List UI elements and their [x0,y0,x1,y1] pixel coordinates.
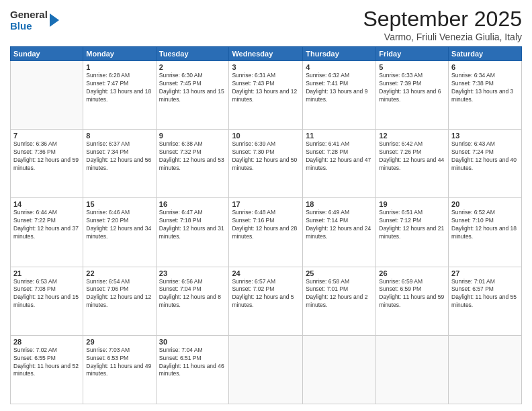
day-number: 29 [86,338,152,346]
day-info: Sunrise: 6:52 AMSunset: 7:10 PMDaylight:… [451,209,519,241]
header-cell-friday: Friday [376,47,449,61]
header-cell-tuesday: Tuesday [156,47,229,61]
logo-text: General Blue [10,9,48,32]
day-cell: 16Sunrise: 6:47 AMSunset: 7:18 PMDayligh… [156,198,229,267]
day-cell: 1Sunrise: 6:28 AMSunset: 7:47 PMDaylight… [83,61,156,130]
day-number: 10 [232,132,300,140]
day-cell: 29Sunrise: 7:03 AMSunset: 6:53 PMDayligh… [83,335,156,404]
title-block: September 2025 Varmo, Friuli Venezia Giu… [363,7,522,42]
day-cell: 7Sunrise: 6:36 AMSunset: 7:36 PMDaylight… [11,130,83,198]
logo-arrow-icon [50,13,59,27]
day-cell: 10Sunrise: 6:39 AMSunset: 7:30 PMDayligh… [229,130,303,198]
day-cell: 14Sunrise: 6:44 AMSunset: 7:22 PMDayligh… [11,198,83,267]
day-cell: 22Sunrise: 6:54 AMSunset: 7:06 PMDayligh… [83,267,156,335]
header-cell-sunday: Sunday [11,47,83,61]
day-number: 1 [86,63,152,71]
day-info: Sunrise: 6:54 AMSunset: 7:06 PMDaylight:… [86,278,152,310]
day-info: Sunrise: 6:51 AMSunset: 7:12 PMDaylight:… [379,209,445,241]
day-cell: 18Sunrise: 6:49 AMSunset: 7:14 PMDayligh… [303,198,376,267]
day-number: 14 [13,200,80,208]
header-cell-thursday: Thursday [303,47,376,61]
day-info: Sunrise: 6:56 AMSunset: 7:04 PMDaylight:… [159,278,226,310]
day-number: 3 [232,63,300,71]
day-info: Sunrise: 6:33 AMSunset: 7:39 PMDaylight:… [379,72,445,104]
day-info: Sunrise: 6:58 AMSunset: 7:01 PMDaylight:… [306,278,373,310]
day-number: 27 [451,269,519,277]
day-cell [449,335,522,404]
week-row-4: 21Sunrise: 6:53 AMSunset: 7:08 PMDayligh… [11,267,522,335]
day-number: 26 [379,269,445,277]
day-info: Sunrise: 6:39 AMSunset: 7:30 PMDaylight:… [232,140,300,173]
day-cell: 3Sunrise: 6:31 AMSunset: 7:43 PMDaylight… [229,61,303,130]
day-cell: 25Sunrise: 6:58 AMSunset: 7:01 PMDayligh… [303,267,376,335]
day-number: 28 [13,338,80,346]
day-number: 5 [379,63,445,71]
day-number: 19 [379,200,445,208]
day-number: 30 [159,338,226,346]
day-cell: 5Sunrise: 6:33 AMSunset: 7:39 PMDaylight… [376,61,449,130]
day-info: Sunrise: 6:44 AMSunset: 7:22 PMDaylight:… [13,209,80,241]
day-cell: 17Sunrise: 6:48 AMSunset: 7:16 PMDayligh… [229,198,303,267]
day-cell: 11Sunrise: 6:41 AMSunset: 7:28 PMDayligh… [303,130,376,198]
day-number: 22 [86,269,152,277]
day-cell: 30Sunrise: 7:04 AMSunset: 6:51 PMDayligh… [156,335,229,404]
day-cell: 8Sunrise: 6:37 AMSunset: 7:34 PMDaylight… [83,130,156,198]
day-number: 21 [13,269,80,277]
day-number: 11 [306,132,373,140]
header-cell-saturday: Saturday [449,47,522,61]
day-number: 12 [379,132,445,140]
day-info: Sunrise: 6:41 AMSunset: 7:28 PMDaylight:… [306,140,373,173]
logo-general: General [10,9,48,21]
day-cell: 20Sunrise: 6:52 AMSunset: 7:10 PMDayligh… [449,198,522,267]
day-cell: 13Sunrise: 6:43 AMSunset: 7:24 PMDayligh… [449,130,522,198]
day-cell: 19Sunrise: 6:51 AMSunset: 7:12 PMDayligh… [376,198,449,267]
day-number: 13 [451,132,519,140]
day-number: 23 [159,269,226,277]
day-number: 9 [159,132,226,140]
day-cell: 24Sunrise: 6:57 AMSunset: 7:02 PMDayligh… [229,267,303,335]
day-number: 17 [232,200,300,208]
page: General Blue September 2025 Varmo, Friul… [0,0,532,411]
day-cell: 9Sunrise: 6:38 AMSunset: 7:32 PMDaylight… [156,130,229,198]
day-number: 24 [232,269,300,277]
day-info: Sunrise: 7:02 AMSunset: 6:55 PMDaylight:… [13,347,80,379]
calendar-table: SundayMondayTuesdayWednesdayThursdayFrid… [10,46,522,404]
day-info: Sunrise: 6:47 AMSunset: 7:18 PMDaylight:… [159,209,226,241]
day-info: Sunrise: 6:46 AMSunset: 7:20 PMDaylight:… [86,209,152,241]
week-row-5: 28Sunrise: 7:02 AMSunset: 6:55 PMDayligh… [11,335,522,404]
day-number: 8 [86,132,152,140]
day-cell: 12Sunrise: 6:42 AMSunset: 7:26 PMDayligh… [376,130,449,198]
week-row-1: 1Sunrise: 6:28 AMSunset: 7:47 PMDaylight… [11,61,522,130]
day-info: Sunrise: 6:42 AMSunset: 7:26 PMDaylight:… [379,140,445,173]
day-cell: 4Sunrise: 6:32 AMSunset: 7:41 PMDaylight… [303,61,376,130]
day-cell [229,335,303,404]
day-info: Sunrise: 6:49 AMSunset: 7:14 PMDaylight:… [306,209,373,241]
header-cell-wednesday: Wednesday [229,47,303,61]
header-row: SundayMondayTuesdayWednesdayThursdayFrid… [11,47,522,61]
day-info: Sunrise: 6:34 AMSunset: 7:38 PMDaylight:… [451,72,519,104]
day-cell: 26Sunrise: 6:59 AMSunset: 6:59 PMDayligh… [376,267,449,335]
day-number: 20 [451,200,519,208]
day-info: Sunrise: 6:43 AMSunset: 7:24 PMDaylight:… [451,140,519,173]
day-cell: 23Sunrise: 6:56 AMSunset: 7:04 PMDayligh… [156,267,229,335]
logo: General Blue [10,9,59,32]
day-info: Sunrise: 7:04 AMSunset: 6:51 PMDaylight:… [159,347,226,379]
day-info: Sunrise: 6:48 AMSunset: 7:16 PMDaylight:… [232,209,300,241]
day-number: 6 [451,63,519,71]
week-row-2: 7Sunrise: 6:36 AMSunset: 7:36 PMDaylight… [11,130,522,198]
day-info: Sunrise: 6:53 AMSunset: 7:08 PMDaylight:… [13,278,80,310]
day-info: Sunrise: 6:31 AMSunset: 7:43 PMDaylight:… [232,72,300,104]
logo-blue: Blue [10,21,48,32]
day-info: Sunrise: 7:01 AMSunset: 6:57 PMDaylight:… [451,278,519,310]
day-number: 25 [306,269,373,277]
day-info: Sunrise: 6:36 AMSunset: 7:36 PMDaylight:… [13,140,80,173]
day-info: Sunrise: 6:32 AMSunset: 7:41 PMDaylight:… [306,72,373,104]
day-number: 2 [159,63,226,71]
day-number: 15 [86,200,152,208]
header: General Blue September 2025 Varmo, Friul… [10,7,522,42]
day-cell: 2Sunrise: 6:30 AMSunset: 7:45 PMDaylight… [156,61,229,130]
day-info: Sunrise: 6:30 AMSunset: 7:45 PMDaylight:… [159,72,226,104]
day-number: 18 [306,200,373,208]
day-cell [303,335,376,404]
day-info: Sunrise: 7:03 AMSunset: 6:53 PMDaylight:… [86,347,152,379]
